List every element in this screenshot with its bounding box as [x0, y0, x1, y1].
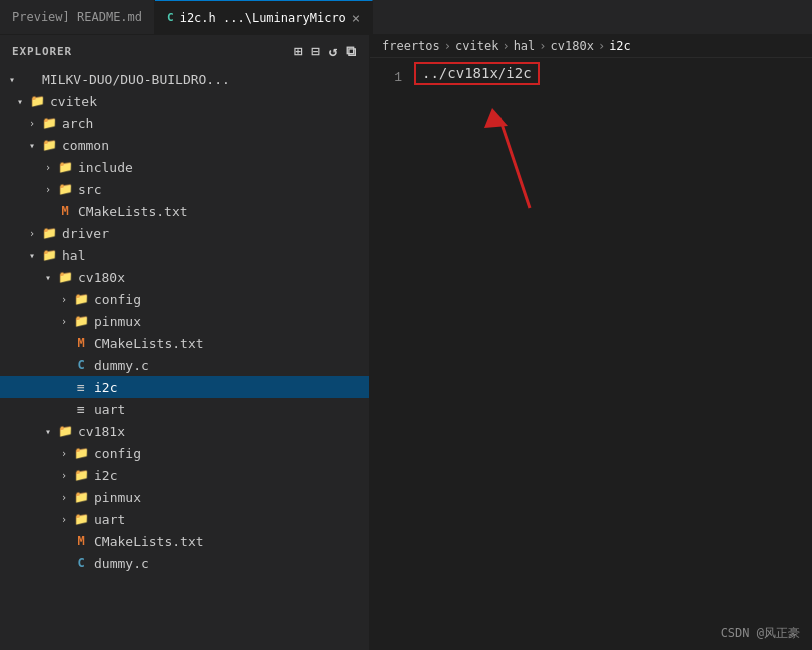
include-chevron: › [40, 162, 56, 173]
bc-sep1: › [444, 39, 451, 53]
common-folder-icon: 📁 [40, 138, 58, 152]
sidebar-item-pinmux2[interactable]: › 📁 pinmux [0, 486, 369, 508]
sidebar-item-config2[interactable]: › 📁 config [0, 442, 369, 464]
editor-line-1: 1 ../cv181x/i2c [370, 66, 812, 88]
driver-label: driver [62, 226, 109, 241]
breadcrumb-cv180x[interactable]: cv180x [551, 39, 594, 53]
sidebar-tree: ▾ MILKV-DUO/DUO-BUILDRO... ▾ 📁 cvitek › … [0, 68, 369, 650]
arch-folder-icon: 📁 [40, 116, 58, 130]
pinmux2-label: pinmux [94, 490, 141, 505]
sidebar-item-config[interactable]: › 📁 config [0, 288, 369, 310]
breadcrumb: freertos › cvitek › hal › cv180x › i2c [370, 35, 812, 58]
sidebar-item-arch[interactable]: › 📁 arch [0, 112, 369, 134]
cmake3-label: CMakeLists.txt [94, 534, 204, 549]
line-number-1: 1 [370, 70, 418, 85]
svg-line-0 [500, 118, 530, 208]
tab-i2c-icon: C [167, 11, 174, 24]
config2-chevron: › [56, 448, 72, 459]
config-label: config [94, 292, 141, 307]
bc-sep2: › [502, 39, 509, 53]
sidebar-item-uart[interactable]: ≡ uart [0, 398, 369, 420]
sidebar-item-cmake1[interactable]: M CMakeLists.txt [0, 200, 369, 222]
sidebar: EXPLORER ⊞ ⊟ ↺ ⧉ ▾ MILKV-DUO/DUO-BUILDRO… [0, 35, 370, 650]
uart-link-icon: ≡ [72, 402, 90, 417]
sidebar-item-cv180x[interactable]: ▾ 📁 cv180x [0, 266, 369, 288]
refresh-icon[interactable]: ↺ [329, 43, 338, 60]
hal-chevron: ▾ [24, 250, 40, 261]
sidebar-item-include[interactable]: › 📁 include [0, 156, 369, 178]
sidebar-item-dummy2[interactable]: C dummy.c [0, 552, 369, 574]
sidebar-item-i2c2[interactable]: › 📁 i2c [0, 464, 369, 486]
breadcrumb-i2c[interactable]: i2c [609, 39, 631, 53]
dummy2-label: dummy.c [94, 556, 149, 571]
dummy-icon: C [72, 358, 90, 372]
config-chevron: › [56, 294, 72, 305]
cv180x-chevron: ▾ [40, 272, 56, 283]
cv181x-folder-icon: 📁 [56, 424, 74, 438]
tab-readme[interactable]: Preview] README.md [0, 0, 155, 35]
main-area: EXPLORER ⊞ ⊟ ↺ ⧉ ▾ MILKV-DUO/DUO-BUILDRO… [0, 35, 812, 650]
tab-i2c[interactable]: C i2c.h ...\LuminaryMicro × [155, 0, 373, 35]
sidebar-item-src[interactable]: › 📁 src [0, 178, 369, 200]
config2-label: config [94, 446, 141, 461]
i2c-label: i2c [94, 380, 117, 395]
breadcrumb-cvitek[interactable]: cvitek [455, 39, 498, 53]
cmake2-icon: M [72, 336, 90, 350]
watermark: CSDN @风正豪 [721, 625, 800, 642]
uart2-folder-icon: 📁 [72, 512, 90, 526]
pinmux2-folder-icon: 📁 [72, 490, 90, 504]
sidebar-item-driver[interactable]: › 📁 driver [0, 222, 369, 244]
sidebar-item-uart2[interactable]: › 📁 uart [0, 508, 369, 530]
uart-label: uart [94, 402, 125, 417]
dummy-label: dummy.c [94, 358, 149, 373]
sidebar-title: EXPLORER [12, 45, 72, 58]
cv181x-chevron: ▾ [40, 426, 56, 437]
uart2-chevron: › [56, 514, 72, 525]
tab-bar: Preview] README.md C i2c.h ...\LuminaryM… [0, 0, 812, 35]
hal-folder-icon: 📁 [40, 248, 58, 262]
hal-label: hal [62, 248, 85, 263]
sidebar-item-pinmux[interactable]: › 📁 pinmux [0, 310, 369, 332]
breadcrumb-hal[interactable]: hal [514, 39, 536, 53]
collapse-icon[interactable]: ⧉ [346, 43, 357, 60]
common-chevron: ▾ [24, 140, 40, 151]
svg-marker-1 [484, 108, 508, 128]
cmake1-icon: M [56, 204, 74, 218]
sidebar-item-cvitek[interactable]: ▾ 📁 cvitek [0, 90, 369, 112]
breadcrumb-freertos[interactable]: freertos [382, 39, 440, 53]
pinmux-folder-icon: 📁 [72, 314, 90, 328]
i2c-link-icon: ≡ [72, 380, 90, 395]
sidebar-header-icons: ⊞ ⊟ ↺ ⧉ [294, 43, 357, 60]
sidebar-item-cv181x[interactable]: ▾ 📁 cv181x [0, 420, 369, 442]
uart2-label: uart [94, 512, 125, 527]
src-folder-icon: 📁 [56, 182, 74, 196]
root-label: MILKV-DUO/DUO-BUILDRO... [42, 72, 230, 87]
sidebar-item-common[interactable]: ▾ 📁 common [0, 134, 369, 156]
pinmux-chevron: › [56, 316, 72, 327]
pinmux-label: pinmux [94, 314, 141, 329]
pinmux2-chevron: › [56, 492, 72, 503]
root-chevron: ▾ [4, 74, 20, 85]
sidebar-item-cmake2[interactable]: M CMakeLists.txt [0, 332, 369, 354]
sidebar-item-dummy[interactable]: C dummy.c [0, 354, 369, 376]
cvitek-label: cvitek [50, 94, 97, 109]
i2c2-label: i2c [94, 468, 117, 483]
sidebar-item-i2c[interactable]: ≡ i2c [0, 376, 369, 398]
new-folder-icon[interactable]: ⊟ [311, 43, 320, 60]
include-folder-icon: 📁 [56, 160, 74, 174]
config-folder-icon: 📁 [72, 292, 90, 306]
bc-sep3: › [539, 39, 546, 53]
tab-close-icon[interactable]: × [352, 10, 360, 26]
include-label: include [78, 160, 133, 175]
new-file-icon[interactable]: ⊞ [294, 43, 303, 60]
editor-content[interactable]: ../cv181x/i2c 1 ../cv181x/i2c [370, 58, 812, 650]
sidebar-item-cmake3[interactable]: M CMakeLists.txt [0, 530, 369, 552]
sidebar-item-hal[interactable]: ▾ 📁 hal [0, 244, 369, 266]
tab-readme-label: Preview] README.md [12, 10, 142, 24]
cvitek-folder-icon: 📁 [28, 94, 46, 108]
sidebar-root[interactable]: ▾ MILKV-DUO/DUO-BUILDRO... [0, 68, 369, 90]
editor: freertos › cvitek › hal › cv180x › i2c .… [370, 35, 812, 650]
src-label: src [78, 182, 101, 197]
arch-label: arch [62, 116, 93, 131]
cvitek-chevron: ▾ [12, 96, 28, 107]
